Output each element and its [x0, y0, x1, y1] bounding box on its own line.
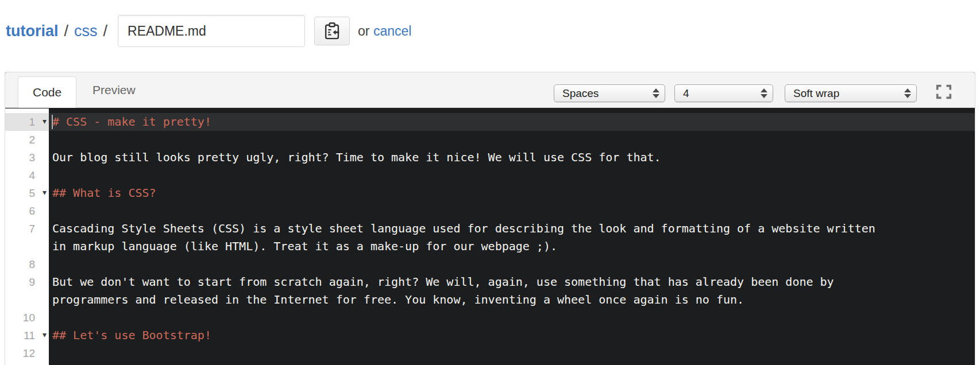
file-header: tutorial / css / or cancel: [6, 14, 411, 48]
breadcrumb-separator: /: [64, 22, 69, 40]
filename-input[interactable]: [118, 15, 305, 47]
file-action-button[interactable]: [314, 17, 350, 45]
indent-size-value: 4: [683, 87, 689, 100]
fold-arrow-icon[interactable]: ▾: [43, 112, 47, 130]
line-number[interactable]: 6: [5, 202, 49, 220]
code-cell[interactable]: [49, 202, 975, 220]
code-line-text: ## Let's use Bootstrap!: [52, 327, 888, 344]
code-cell[interactable]: [49, 344, 975, 362]
line-number[interactable]: 2: [5, 131, 49, 149]
code-cell[interactable]: [49, 166, 975, 184]
line-number[interactable]: 3: [5, 149, 49, 166]
breadcrumb-separator: /: [103, 22, 108, 40]
tab-preview[interactable]: Preview: [87, 72, 141, 107]
screen-full-icon: [935, 84, 952, 100]
indent-mode-select[interactable]: Spaces: [554, 84, 665, 102]
editor-line[interactable]: 2: [5, 131, 975, 149]
line-number[interactable]: 4: [5, 166, 49, 184]
code-line-text: # CSS - make it pretty!: [52, 113, 888, 131]
breadcrumb-repo-link[interactable]: tutorial: [6, 22, 59, 40]
code-cell[interactable]: [49, 309, 975, 327]
editor-line[interactable]: 11▾## Let's use Bootstrap!: [5, 327, 975, 344]
line-number[interactable]: 11▾: [5, 327, 49, 344]
indent-mode-value: Spaces: [562, 87, 599, 100]
code-cell[interactable]: ## What is CSS?: [49, 184, 975, 202]
line-number[interactable]: 13: [5, 362, 49, 365]
code-cell[interactable]: [49, 255, 975, 273]
indent-size-select[interactable]: 4: [674, 84, 773, 102]
editor-line[interactable]: 3Our blog still looks pretty ugly, right…: [5, 149, 975, 166]
wrap-mode-select[interactable]: Soft wrap: [785, 84, 917, 102]
line-number[interactable]: 9: [5, 273, 49, 309]
line-number[interactable]: 7: [5, 220, 49, 255]
fold-arrow-icon[interactable]: ▾: [43, 184, 47, 201]
wrap-mode-value: Soft wrap: [793, 87, 839, 100]
code-cell[interactable]: ## Let's use Bootstrap!: [49, 327, 975, 344]
code-line-text: ## What is CSS?: [52, 184, 888, 202]
line-number[interactable]: 10: [5, 309, 49, 327]
select-stepper-icon: [761, 88, 767, 98]
editor-line[interactable]: 12: [5, 344, 975, 362]
code-cell[interactable]: But we don't want to start from scratch …: [49, 273, 975, 309]
editor-line[interactable]: 10: [5, 309, 975, 327]
editor-line[interactable]: 9But we don't want to start from scratch…: [5, 273, 975, 309]
code-cell[interactable]: Cascading Style Sheets (CSS) is a style …: [49, 220, 975, 255]
editor-line[interactable]: 4: [5, 166, 975, 184]
code-cell[interactable]: [49, 362, 975, 365]
text-cursor: [52, 115, 53, 129]
code-editor[interactable]: 1▾# CSS - make it pretty!23Our blog stil…: [5, 108, 975, 365]
or-cancel-text: or cancel: [358, 24, 411, 39]
editor-toolbar: Code Preview Spaces 4 Soft wrap: [5, 72, 975, 108]
line-number[interactable]: 12: [5, 344, 49, 362]
fullscreen-button[interactable]: [932, 81, 955, 102]
code-line-text: But we don't want to start from scratch …: [52, 273, 888, 309]
tab-code[interactable]: Code: [18, 76, 76, 108]
fold-arrow-icon[interactable]: ▾: [43, 326, 47, 344]
clipboard-arrow-icon: [323, 21, 341, 41]
editor-line[interactable]: 6: [5, 202, 975, 220]
code-cell[interactable]: # CSS - make it pretty!: [49, 113, 975, 131]
editor-line[interactable]: 13: [5, 362, 975, 365]
cancel-link[interactable]: cancel: [373, 24, 411, 38]
breadcrumb-dir-link[interactable]: css: [74, 22, 98, 40]
editor-line[interactable]: 5▾## What is CSS?: [5, 184, 975, 202]
select-stepper-icon: [904, 88, 911, 98]
editor-lines: 1▾# CSS - make it pretty!23Our blog stil…: [5, 113, 975, 365]
editor-line[interactable]: 7Cascading Style Sheets (CSS) is a style…: [5, 220, 975, 255]
code-cell[interactable]: Our blog still looks pretty ugly, right?…: [49, 149, 975, 166]
line-number[interactable]: 1▾: [5, 113, 49, 131]
line-number[interactable]: 8: [5, 255, 49, 273]
editor-panel: Code Preview Spaces 4 Soft wrap: [5, 72, 975, 365]
or-text: or: [358, 24, 369, 38]
select-stepper-icon: [653, 88, 659, 98]
code-line-text: Our blog still looks pretty ugly, right?…: [52, 149, 888, 166]
editor-line[interactable]: 1▾# CSS - make it pretty!: [5, 113, 975, 131]
code-line-text: Cascading Style Sheets (CSS) is a style …: [52, 220, 888, 255]
editor-line[interactable]: 8: [5, 255, 975, 273]
code-cell[interactable]: [49, 131, 975, 149]
line-number[interactable]: 5▾: [5, 184, 49, 202]
